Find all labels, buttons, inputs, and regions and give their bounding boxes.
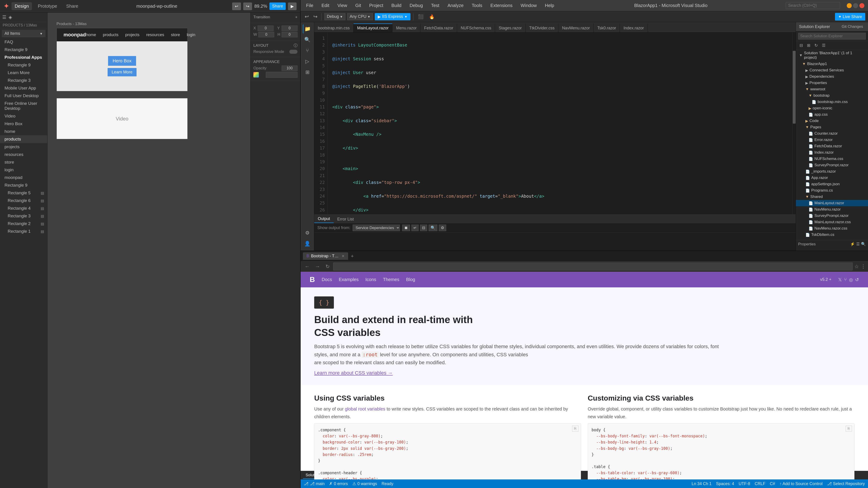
se-shared-folder[interactable]: ▼ Shared: [796, 194, 868, 200]
nav-link-login[interactable]: login: [187, 33, 195, 37]
se-navmenu-css[interactable]: 📄 NavMenu.razor.css: [796, 225, 868, 232]
output-settings-btn[interactable]: ⚙: [439, 225, 446, 231]
tab-tsk0[interactable]: Tsk0.razor: [594, 24, 620, 32]
vs-menu-view[interactable]: View: [336, 2, 349, 9]
search-sidebar-icon[interactable]: 🔍: [303, 35, 312, 44]
sidebar-item-rect9-2[interactable]: Rectangle 9: [0, 182, 47, 189]
sidebar-item-projects[interactable]: projects: [0, 143, 47, 151]
bs-nav-examples[interactable]: Examples: [339, 277, 359, 282]
tab-ttkdivider[interactable]: TtkDivider.css: [526, 24, 558, 32]
vs-menu-test[interactable]: Test: [429, 2, 441, 9]
se-solution-item[interactable]: ▼ Solution 'BlazorApp1' (1 of 1 project): [796, 50, 868, 61]
run-btn[interactable]: ▶ IIS Express ▼: [375, 13, 410, 20]
se-open-iconic[interactable]: ▶ open-iconic: [796, 105, 868, 111]
figma-logo[interactable]: ✦: [4, 2, 9, 10]
nav-link-projects[interactable]: projects: [125, 33, 140, 37]
nav-link-store[interactable]: store: [171, 33, 180, 37]
extensions-icon[interactable]: ⊞: [303, 68, 312, 77]
se-fetchdata-razor[interactable]: 📄 FetchData.razor: [796, 143, 868, 149]
vs-menu-project[interactable]: Project: [367, 2, 385, 9]
figma-share-btn[interactable]: Share: [270, 2, 286, 10]
sidebar-item-rect6[interactable]: Rectangle 6 ▤: [0, 197, 47, 204]
se-dependencies[interactable]: ▶ Dependencies: [796, 73, 868, 80]
attach-debugger-btn[interactable]: ⬛: [416, 13, 426, 20]
browser-bookmark-icon[interactable]: ☆: [855, 264, 859, 269]
se-app-css[interactable]: 📄 app.css: [796, 111, 868, 118]
se-counter-razor[interactable]: 📄 Counter.razor: [796, 130, 868, 137]
close-btn[interactable]: [860, 3, 864, 8]
bs-opencollective-icon[interactable]: ↺: [855, 277, 859, 283]
debug-config-dropdown[interactable]: Debug ▼: [324, 13, 345, 20]
browser-menu-icon[interactable]: ⋮: [861, 264, 866, 269]
x-input[interactable]: [258, 26, 274, 31]
h-input[interactable]: [282, 32, 298, 37]
sidebar-item-home[interactable]: home: [0, 128, 47, 135]
sidebar-item-rect3[interactable]: Rectangle 3: [0, 76, 47, 84]
sidebar-item-rect2[interactable]: Rectangle 2 ▤: [0, 220, 47, 228]
se-appsettings-json[interactable]: 📄 appSettings.json: [796, 181, 868, 187]
y-input[interactable]: [282, 26, 298, 31]
nav-link-home[interactable]: home: [86, 33, 96, 37]
se-bootstrap-css[interactable]: 📄 bootstrap.min.css: [796, 99, 868, 105]
se-project-item[interactable]: ▼ BlazorApp1: [796, 61, 868, 67]
settings-icon[interactable]: ⚙: [303, 228, 312, 237]
w-input[interactable]: [258, 32, 274, 37]
se-pending-btn[interactable]: ⊞: [806, 42, 812, 48]
hot-reload-btn[interactable]: 🔥: [427, 13, 436, 20]
se-code-folder[interactable]: ▶ Code: [796, 118, 868, 124]
sidebar-item-products[interactable]: products: [0, 135, 47, 143]
bs-twitter-icon[interactable]: 𝕏: [838, 277, 842, 283]
sidebar-item-mobile-app[interactable]: Mobile User App: [0, 84, 47, 92]
platform-dropdown[interactable]: Any CPU ▼: [347, 13, 373, 20]
minimize-btn[interactable]: [847, 3, 852, 8]
sidebar-item-faq[interactable]: FAQ: [0, 38, 47, 46]
browser-tab-bootstrap[interactable]: B Bootstrap - The most popular ... ✕: [303, 252, 348, 260]
sidebar-item-learn-more[interactable]: Learn More: [0, 69, 47, 76]
se-wwwroot[interactable]: ▼ wwwroot: [796, 86, 868, 92]
account-icon[interactable]: 👤: [303, 239, 312, 248]
vs-undo-btn[interactable]: ↩: [303, 13, 310, 21]
tab-menu[interactable]: Menu.razor: [393, 24, 421, 32]
props-categorized-btn[interactable]: ☰: [856, 242, 860, 247]
figma-tab-design[interactable]: Design: [11, 2, 32, 10]
vs-search-input[interactable]: [786, 2, 840, 9]
output-tab-output[interactable]: Output: [314, 215, 334, 223]
status-repo[interactable]: ⎇ Select Repository: [827, 481, 865, 486]
code-block-1[interactable]: ⎘ .component { color: var(--bs-gray-800)…: [314, 423, 581, 480]
tab-stages[interactable]: Stages.razor: [495, 24, 526, 32]
se-index-razor[interactable]: 📄 Index.razor: [796, 149, 868, 156]
copy-code-2-btn[interactable]: ⎘: [846, 426, 852, 431]
vs-menu-file[interactable]: File: [304, 2, 315, 9]
layout-info-icon[interactable]: ⓘ: [293, 43, 298, 48]
tab-mainlayout[interactable]: MainLayout.razor: [353, 24, 393, 32]
debug-icon[interactable]: ▷: [303, 57, 312, 66]
status-source-control[interactable]: ↑ Add to Source Control: [780, 481, 823, 486]
layers-icon[interactable]: ☰: [2, 14, 6, 20]
bs-nav-icons[interactable]: Icons: [366, 277, 376, 282]
bs-slack-icon[interactable]: ◎: [849, 277, 853, 283]
bs-nav-themes[interactable]: Themes: [383, 277, 399, 282]
se-connected-services[interactable]: ▶ Connected Services: [796, 67, 868, 73]
nav-link-resources[interactable]: resources: [146, 33, 164, 37]
status-warnings[interactable]: ⚠ 0 warnings: [352, 481, 377, 486]
sidebar-item-full-desktop[interactable]: Full User Desktop: [0, 92, 47, 100]
se-app-razor[interactable]: 📄 App.razor: [796, 175, 868, 181]
sidebar-item-rect9[interactable]: Rectangle 9: [0, 46, 47, 54]
copy-code-1-btn[interactable]: ⎘: [572, 426, 579, 431]
output-wrap-btn[interactable]: ↵: [411, 225, 418, 231]
figma-undo-btn[interactable]: ↩: [232, 2, 241, 10]
sidebar-item-rect5[interactable]: Rectangle 5 ▤: [0, 189, 47, 197]
se-error-razor[interactable]: 📄 Error.razor: [796, 137, 868, 143]
vs-menu-analyze[interactable]: Analyze: [446, 2, 465, 9]
code-content[interactable]: @inherits LayoutComponentBase @inject Se…: [328, 33, 793, 215]
output-clear-btn[interactable]: ⏹: [402, 225, 410, 231]
tab-index[interactable]: Index.razor: [620, 24, 648, 32]
browser-tab-close-icon[interactable]: ✕: [342, 254, 344, 258]
se-nufschema-css[interactable]: 📄 NUFSchema.css: [796, 156, 868, 162]
opacity-input[interactable]: [282, 66, 298, 71]
sidebar-item-free-desktop[interactable]: Free Online User Desktop: [0, 100, 47, 112]
sidebar-item-rect4[interactable]: Rectangle 4 ▤: [0, 204, 47, 212]
browser-new-tab-btn[interactable]: +: [349, 252, 355, 260]
explorer-icon[interactable]: 📁: [303, 24, 312, 33]
vs-menu-debug[interactable]: Debug: [408, 2, 425, 9]
